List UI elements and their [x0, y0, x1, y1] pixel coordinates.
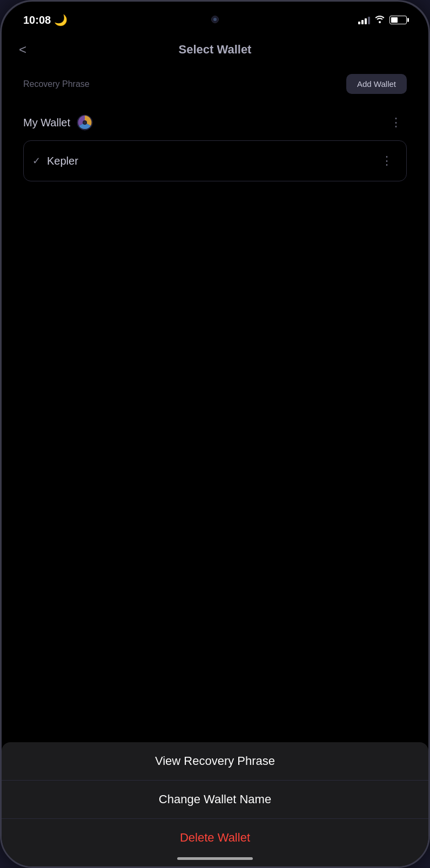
- change-wallet-name-button[interactable]: Change Wallet Name: [2, 781, 428, 819]
- add-wallet-button[interactable]: Add Wallet: [346, 74, 407, 94]
- section-label: Recovery Phrase: [23, 79, 90, 89]
- kepler-more-button[interactable]: ⋮: [377, 152, 398, 170]
- svg-point-2: [84, 121, 86, 124]
- back-button[interactable]: <: [15, 40, 31, 59]
- wallet-info: My Wallet: [23, 114, 93, 131]
- dynamic-island: [177, 9, 253, 30]
- camera-dot: [211, 16, 219, 23]
- status-icons: [358, 15, 407, 25]
- wallet-item: My Wallet ⋮: [23, 105, 407, 140]
- wallet-name: My Wallet: [23, 117, 70, 129]
- phone-frame: 10:08 🌙: [0, 0, 430, 868]
- wifi-icon: [374, 15, 385, 25]
- kepler-name: Kepler: [47, 155, 78, 167]
- wallet-more-button[interactable]: ⋮: [386, 113, 407, 132]
- section-header: Recovery Phrase Add Wallet: [23, 65, 407, 105]
- home-indicator: [177, 857, 253, 860]
- back-icon: <: [19, 42, 26, 57]
- app-content: < Select Wallet Recovery Phrase Add Wall…: [2, 34, 428, 866]
- kepler-item[interactable]: ✓ Kepler ⋮: [23, 140, 407, 181]
- page-title: Select Wallet: [179, 43, 252, 57]
- view-recovery-phrase-button[interactable]: View Recovery Phrase: [2, 742, 428, 781]
- moon-icon: 🌙: [54, 13, 68, 26]
- view-recovery-label: View Recovery Phrase: [155, 754, 275, 768]
- kepler-info: ✓ Kepler: [32, 155, 78, 167]
- screen: 10:08 🌙: [2, 2, 428, 866]
- action-sheet: View Recovery Phrase Change Wallet Name …: [2, 742, 428, 866]
- nav-header: < Select Wallet: [2, 34, 428, 65]
- change-wallet-name-label: Change Wallet Name: [159, 792, 271, 806]
- status-time: 10:08 🌙: [23, 13, 68, 26]
- battery-icon: [389, 16, 407, 24]
- cosmos-logo-icon: [77, 114, 93, 131]
- delete-wallet-label: Delete Wallet: [180, 831, 250, 845]
- signal-icon: [358, 16, 370, 24]
- check-icon: ✓: [32, 155, 41, 167]
- time-display: 10:08: [23, 14, 51, 26]
